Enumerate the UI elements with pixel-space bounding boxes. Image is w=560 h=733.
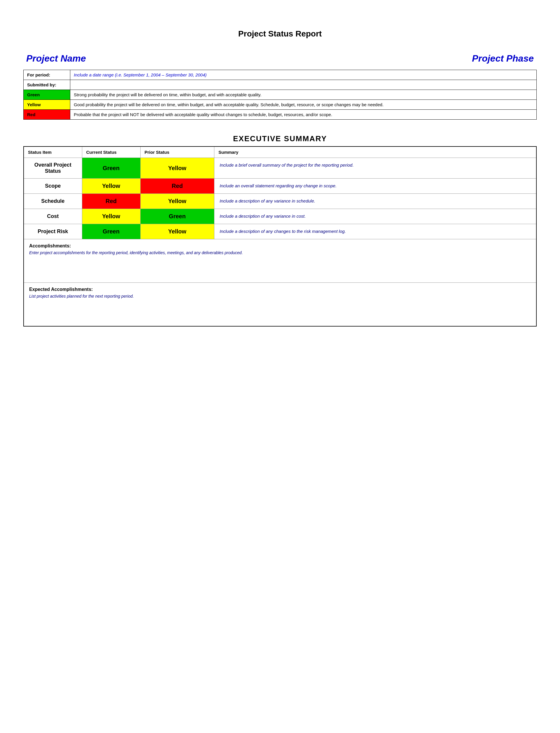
expected-accomplishments-cell: Expected Accomplishments: List project a… (24, 283, 536, 326)
yellow-status-label: Yellow (24, 100, 70, 110)
for-period-value: Include a date range (i.e. September 1, … (70, 70, 537, 80)
col-header-prior-status: Prior Status (140, 146, 214, 158)
project-phase-label: Project Phase (472, 53, 534, 64)
accomplishments-cell: Accomplishments: Enter project accomplis… (24, 239, 536, 283)
executive-summary-table: Status Item Current Status Prior Status … (23, 146, 537, 326)
exec-row-prior-3: Green (140, 209, 214, 224)
page-title: Project Status Report (23, 29, 537, 39)
exec-row-summary-1: Include an overall statement regarding a… (214, 179, 536, 194)
exec-row-item-2: Schedule (24, 194, 82, 209)
exec-row-current-2: Red (82, 194, 140, 209)
expected-accomplishments-title: Expected Accomplishments: (29, 287, 531, 292)
green-status-description: Strong probability the project will be d… (70, 90, 537, 100)
exec-row-item-1: Scope (24, 179, 82, 194)
submitted-by-label: Submitted by: (24, 80, 70, 90)
red-status-description: Probable that the project will NOT be de… (70, 110, 537, 120)
col-header-status-item: Status Item (24, 146, 82, 158)
for-period-label: For period: (24, 70, 70, 80)
exec-row-item-4: Project Risk (24, 224, 82, 239)
col-header-summary: Summary (214, 146, 536, 158)
exec-row-item-3: Cost (24, 209, 82, 224)
info-legend-table: For period: Include a date range (i.e. S… (23, 70, 537, 120)
yellow-status-description: Good probability the project will be del… (70, 100, 537, 110)
executive-summary-title: EXECUTIVE SUMMARY (23, 134, 537, 143)
exec-row-current-4: Green (82, 224, 140, 239)
exec-row-summary-4: Include a description of any changes to … (214, 224, 536, 239)
exec-row-prior-0: Yellow (140, 158, 214, 179)
red-status-label: Red (24, 110, 70, 120)
exec-row-prior-4: Yellow (140, 224, 214, 239)
exec-row-current-1: Yellow (82, 179, 140, 194)
project-name-label: Project Name (26, 53, 86, 64)
col-header-current-status: Current Status (82, 146, 140, 158)
submitted-by-value (70, 80, 537, 90)
exec-row-item-0: Overall Project Status (24, 158, 82, 179)
exec-row-summary-2: Include a description of any variance in… (214, 194, 536, 209)
exec-row-summary-3: Include a description of any variance in… (214, 209, 536, 224)
green-status-label: Green (24, 90, 70, 100)
exec-row-prior-2: Yellow (140, 194, 214, 209)
accomplishments-text: Enter project accomplishments for the re… (29, 250, 531, 255)
accomplishments-title: Accomplishments: (29, 243, 531, 249)
exec-row-current-0: Green (82, 158, 140, 179)
exec-row-summary-0: Include a brief overall summary of the p… (214, 158, 536, 179)
expected-accomplishments-text: List project activities planned for the … (29, 294, 531, 298)
exec-row-current-3: Yellow (82, 209, 140, 224)
exec-row-prior-1: Red (140, 179, 214, 194)
